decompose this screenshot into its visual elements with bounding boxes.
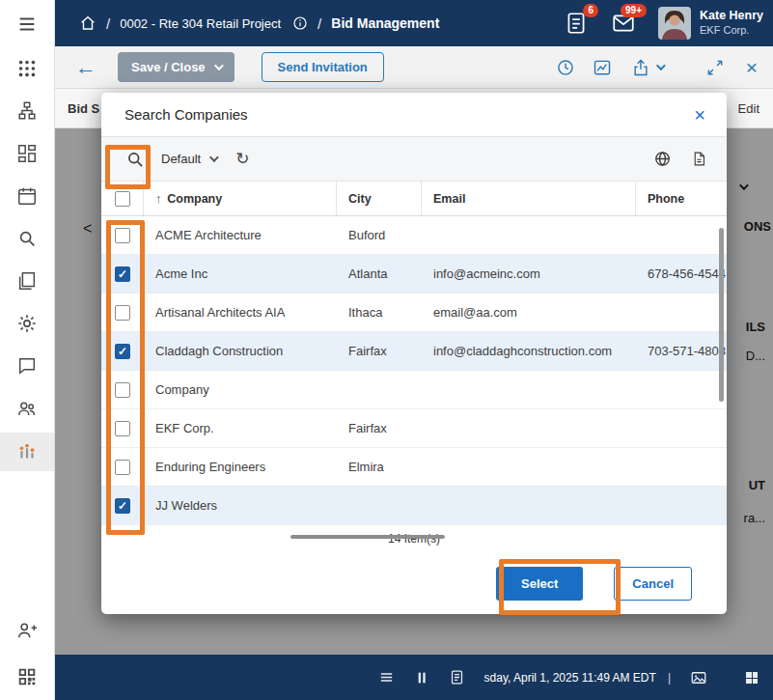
checkbox-unchecked-icon[interactable]: [115, 460, 130, 475]
comment-icon[interactable]: [0, 350, 54, 382]
item-count: 14 Item(s): [101, 525, 727, 552]
modal-footer: Select Cancel: [101, 552, 727, 614]
cell-city: Fairfax: [337, 421, 422, 435]
table-row[interactable]: Company: [101, 371, 727, 409]
row-checkbox[interactable]: ✓: [101, 498, 144, 514]
refresh-icon[interactable]: ↻: [235, 151, 249, 167]
cancel-button[interactable]: Cancel: [614, 567, 692, 601]
home-icon[interactable]: [79, 14, 97, 32]
settings-gear-icon[interactable]: [0, 307, 54, 340]
menu-icon[interactable]: [0, 8, 54, 41]
row-checkbox[interactable]: [101, 382, 144, 398]
cell-email: info@claddaghconstruction.com: [422, 344, 636, 358]
notes-icon[interactable]: [449, 669, 465, 686]
contacts-icon[interactable]: [0, 392, 54, 425]
checkbox-unchecked-icon[interactable]: [115, 305, 130, 321]
checkbox-checked-icon[interactable]: ✓: [115, 266, 130, 282]
globe-icon[interactable]: [653, 150, 672, 168]
checkbox-unchecked-icon[interactable]: [115, 382, 130, 398]
status-datetime[interactable]: sday, April 1, 2025 11:49 AM EDT: [484, 671, 656, 685]
select-button[interactable]: Select: [496, 567, 583, 601]
row-checkbox[interactable]: ✓: [101, 266, 144, 282]
column-label: Company: [167, 192, 222, 206]
cell-company: ACME Architecture: [144, 228, 337, 242]
export-icon[interactable]: [631, 58, 650, 77]
close-page-icon[interactable]: ×: [746, 56, 758, 79]
breadcrumb-section[interactable]: Bid Management: [331, 15, 439, 31]
export-file-icon[interactable]: [691, 150, 707, 168]
avatar[interactable]: [658, 7, 691, 40]
cell-company: Enduring Engineers: [144, 460, 337, 474]
modal-toolbar: Default ↻: [101, 137, 727, 182]
table-row[interactable]: ✓JJ Welders: [101, 487, 727, 525]
view-selector[interactable]: Default: [161, 152, 216, 166]
modal-header: Search Companies ×: [101, 93, 727, 137]
table-row[interactable]: Enduring EngineersElmira: [101, 448, 727, 487]
app-window: / 0002 - Rte 304 Retail Project / Bid Ma…: [0, 0, 773, 700]
add-user-icon[interactable]: [0, 614, 54, 647]
dashboard-icon[interactable]: [0, 137, 54, 170]
breadcrumb-separator: /: [317, 15, 321, 32]
modal-close-icon[interactable]: ×: [694, 105, 705, 125]
media-icon[interactable]: [593, 58, 612, 77]
chevron-down-icon: [209, 153, 219, 162]
user-info[interactable]: Kate Henry EKF Corp.: [700, 9, 763, 37]
tasks-icon[interactable]: 6: [564, 11, 589, 36]
info-icon[interactable]: [292, 15, 308, 31]
company-table-body: ACME ArchitectureBuford✓Acme IncAtlantai…: [101, 216, 727, 525]
reports-icon[interactable]: [0, 433, 54, 471]
screenshot-icon[interactable]: [690, 669, 707, 686]
breadcrumb-project[interactable]: 0002 - Rte 304 Retail Project: [120, 16, 281, 31]
horizontal-scrollbar[interactable]: [290, 535, 445, 539]
history-icon[interactable]: [556, 58, 575, 77]
column-header-city[interactable]: City: [337, 182, 422, 215]
checkbox-unchecked-icon[interactable]: [115, 421, 130, 436]
hierarchy-icon[interactable]: [0, 95, 54, 127]
list-icon[interactable]: [378, 669, 395, 686]
back-arrow-icon[interactable]: ←: [75, 57, 97, 78]
fullscreen-icon[interactable]: [705, 58, 725, 77]
row-checkbox[interactable]: [101, 460, 144, 475]
row-checkbox[interactable]: [101, 228, 144, 243]
table-header-row: ↑ Company City Email Phone: [101, 182, 727, 216]
calendar-icon[interactable]: [0, 180, 54, 212]
breadcrumb-separator: /: [106, 15, 110, 32]
save-close-button[interactable]: Save / Close: [118, 52, 235, 82]
apps-grid-icon[interactable]: [0, 52, 54, 85]
search-nav-icon[interactable]: [0, 222, 54, 255]
export-chevron-icon[interactable]: [656, 64, 663, 70]
action-toolbar: ← Save / Close Send Invitation ×: [54, 46, 773, 89]
qr-code-icon[interactable]: [0, 660, 54, 693]
table-row[interactable]: Artisanal Architects AIAIthacaemail@aa.c…: [101, 294, 727, 332]
vertical-scrollbar[interactable]: [719, 228, 724, 402]
documents-icon[interactable]: [0, 265, 54, 297]
send-invitation-button[interactable]: Send Invitation: [262, 52, 384, 82]
row-checkbox[interactable]: [101, 421, 144, 436]
top-navigation-bar: / 0002 - Rte 304 Retail Project / Bid Ma…: [54, 0, 773, 46]
checkbox-checked-icon[interactable]: ✓: [115, 498, 130, 514]
pause-icon[interactable]: [414, 670, 429, 686]
table-row[interactable]: EKF Corp.Fairfax: [101, 409, 727, 448]
tasks-badge: 6: [583, 4, 598, 17]
mail-badge: 99+: [621, 4, 647, 17]
mail-icon[interactable]: 99+: [610, 11, 637, 36]
checkbox-unchecked-icon[interactable]: [115, 228, 130, 243]
edit-link[interactable]: Edit: [738, 101, 759, 116]
search-icon[interactable]: [117, 150, 153, 169]
table-row[interactable]: ✓Claddagh ConstructionFairfaxinfo@cladda…: [101, 332, 727, 371]
user-company: EKF Corp.: [700, 24, 763, 38]
cell-city: Atlanta: [337, 266, 422, 281]
windows-logo-icon[interactable]: [744, 670, 759, 686]
select-all-checkbox[interactable]: [101, 182, 144, 215]
row-checkbox[interactable]: [101, 305, 144, 321]
column-header-company[interactable]: ↑ Company: [144, 182, 337, 215]
row-checkbox[interactable]: ✓: [101, 344, 144, 359]
column-header-email[interactable]: Email: [422, 182, 636, 215]
table-row[interactable]: ✓Acme IncAtlantainfo@acmeinc.com678-456-…: [101, 255, 727, 294]
column-header-phone[interactable]: Phone: [636, 182, 727, 215]
cell-city: Fairfax: [337, 344, 422, 358]
checkbox-checked-icon[interactable]: ✓: [115, 344, 130, 359]
table-row[interactable]: ACME ArchitectureBuford: [101, 216, 727, 255]
modal-title: Search Companies: [124, 106, 248, 123]
left-sidebar: [0, 0, 55, 700]
